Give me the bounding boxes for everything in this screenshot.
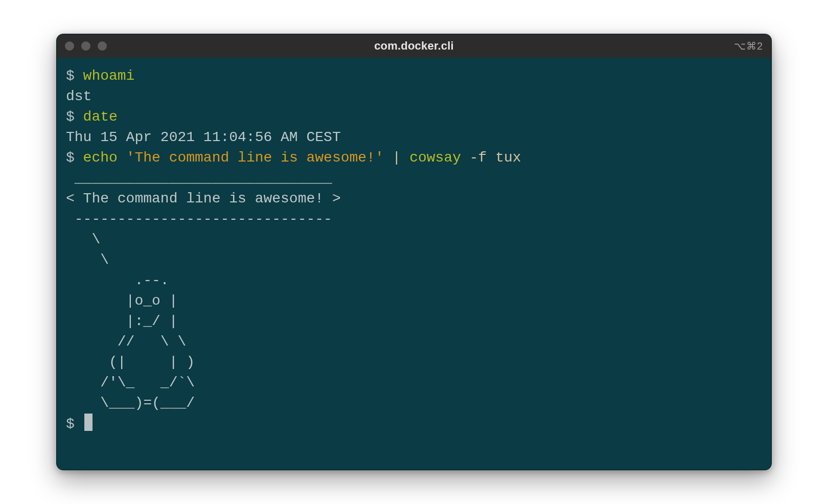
terminal-output-line: \	[66, 250, 762, 270]
terminal-body[interactable]: $ whoamidst$ dateThu 15 Apr 2021 11:04:5…	[57, 58, 771, 470]
command-segment	[461, 150, 470, 166]
terminal-output-line: Thu 15 Apr 2021 11:04:56 AM CEST	[66, 127, 762, 148]
traffic-lights	[65, 41, 107, 51]
output-text: .--.	[66, 272, 169, 288]
terminal-command-line: $ date	[66, 107, 762, 127]
window-titlebar: com.docker.cli ⌥⌘2	[57, 34, 771, 58]
prompt-symbol: $	[66, 109, 83, 125]
output-text: \	[66, 252, 109, 268]
output-text: (| | )	[66, 354, 195, 370]
terminal-output-line: dst	[66, 86, 762, 107]
command-segment: 'The command line is awesome!'	[126, 150, 384, 166]
output-text: |:_/ |	[66, 313, 177, 329]
terminal-prompt-line: $	[66, 414, 762, 434]
terminal-output-line: |o_o |	[66, 291, 762, 311]
close-icon[interactable]	[65, 41, 74, 51]
terminal-output-line: < The command line is awesome! >	[66, 189, 762, 209]
output-text: |o_o |	[66, 293, 177, 309]
terminal-output-line: ------------------------------	[66, 209, 762, 230]
output-text: /'\_ _/`\	[66, 375, 195, 391]
output-text: ______________________________	[66, 170, 332, 186]
command-segment: date	[83, 109, 118, 125]
terminal-command-line: $ whoami	[66, 66, 762, 86]
command-segment: echo	[83, 150, 118, 166]
window-title: com.docker.cli	[57, 39, 771, 53]
terminal-output-line: |:_/ |	[66, 311, 762, 332]
command-segment: -f tux	[470, 150, 521, 166]
prompt-symbol: $	[66, 68, 83, 84]
prompt-symbol: $	[66, 150, 83, 166]
command-segment: whoami	[83, 68, 135, 84]
window-shortcut-indicator: ⌥⌘2	[734, 40, 763, 52]
terminal-output-line: /'\_ _/`\	[66, 373, 762, 393]
cursor-icon	[84, 414, 93, 431]
command-segment	[401, 150, 409, 166]
terminal-output-line: \___)=(___/	[66, 393, 762, 414]
command-segment	[384, 150, 393, 166]
terminal-window: com.docker.cli ⌥⌘2 $ whoamidst$ dateThu …	[56, 34, 772, 470]
command-segment: cowsay	[409, 150, 461, 166]
terminal-command-line: $ echo 'The command line is awesome!' | …	[66, 148, 762, 168]
output-text: \___)=(___/	[66, 395, 195, 411]
terminal-output-line: .--.	[66, 270, 762, 291]
command-segment: |	[393, 150, 401, 166]
terminal-output-line: (| | )	[66, 352, 762, 373]
output-text: dst	[66, 88, 91, 104]
minimize-icon[interactable]	[81, 41, 90, 51]
terminal-output-line: ______________________________	[66, 168, 762, 189]
terminal-output-line: \	[66, 230, 762, 250]
output-text: \	[66, 232, 100, 247]
output-text: < The command line is awesome! >	[66, 191, 341, 207]
zoom-icon[interactable]	[98, 41, 107, 51]
output-text: Thu 15 Apr 2021 11:04:56 AM CEST	[66, 129, 341, 145]
terminal-output-line: // \ \	[66, 332, 762, 352]
output-text: // \ \	[66, 334, 186, 350]
output-text: ------------------------------	[66, 211, 332, 227]
command-segment	[118, 150, 126, 166]
prompt-symbol: $	[66, 416, 83, 432]
